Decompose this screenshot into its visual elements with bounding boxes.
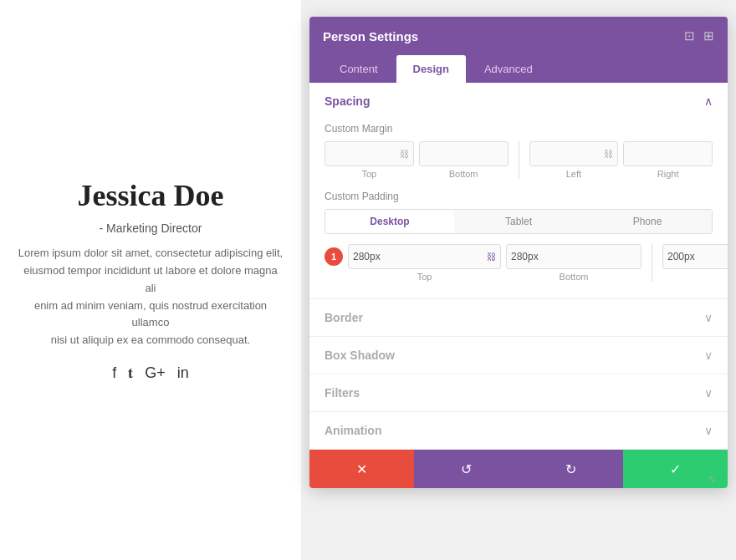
person-title: - Marketing Director	[100, 221, 202, 235]
border-section-header[interactable]: Border ∨	[309, 299, 728, 336]
border-chevron-icon: ∨	[704, 311, 713, 324]
redo-button[interactable]: ↻	[519, 450, 623, 488]
margin-top-link-icon[interactable]: ⛓	[396, 149, 413, 159]
margin-divider	[519, 141, 519, 179]
custom-margin-label: Custom Margin	[325, 123, 713, 135]
padding-left-field: ⛓ Left	[662, 244, 728, 282]
tab-content[interactable]: Content	[323, 55, 395, 83]
tab-advanced[interactable]: Advanced	[468, 55, 549, 83]
margin-left-link-icon[interactable]: ⛓	[600, 149, 617, 159]
panel-body: Spacing ∧ Custom Margin ⛓ Top	[309, 83, 728, 450]
twitter-icon[interactable]: 𝐭	[128, 364, 133, 382]
filters-section-header[interactable]: Filters ∨	[309, 374, 728, 411]
device-tab-phone[interactable]: Phone	[583, 210, 712, 233]
cancel-button[interactable]: ✕	[309, 450, 414, 488]
margin-left-input[interactable]	[530, 148, 601, 160]
device-tab-tablet[interactable]: Tablet	[454, 210, 583, 233]
margin-top-label: Top	[362, 169, 377, 179]
confirm-icon: ✓	[670, 461, 681, 477]
bottom-bar: ✕ ↺ ↻ ✓	[309, 450, 728, 488]
margin-top-input[interactable]	[325, 148, 396, 160]
person-card: Jessica Doe - Marketing Director Lorem i…	[0, 0, 301, 560]
margin-right-input-wrap	[623, 141, 713, 166]
boxshadow-chevron-icon: ∨	[704, 349, 713, 362]
header-icons: ⊡ ⊞	[684, 28, 714, 43]
margin-fields-row: ⛓ Top Bottom	[325, 141, 713, 179]
settings-panel: Person Settings ⊡ ⊞ Content Design Advan…	[309, 17, 728, 488]
margin-bottom-label: Bottom	[449, 169, 478, 179]
spacing-chevron-icon: ∧	[704, 94, 713, 108]
redo-icon: ↻	[565, 461, 576, 477]
spacing-section-title: Spacing	[325, 94, 370, 108]
border-section-title: Border	[325, 311, 363, 324]
animation-chevron-icon: ∨	[704, 424, 713, 437]
spacing-section: Spacing ∧ Custom Margin ⛓ Top	[309, 83, 728, 299]
grid-icon[interactable]: ⊞	[703, 28, 714, 43]
padding-top-input-wrap: ⛓	[348, 244, 501, 269]
margin-bottom-input-wrap	[419, 141, 509, 166]
margin-right-field: Right	[623, 141, 713, 179]
filters-section-title: Filters	[325, 386, 360, 400]
facebook-icon[interactable]: f	[112, 364, 116, 382]
margin-left-input-wrap: ⛓	[529, 141, 619, 166]
undo-button[interactable]: ↺	[414, 450, 519, 488]
margin-left-field: ⛓ Left	[529, 141, 619, 179]
resize-handle-icon[interactable]: ⤡	[708, 473, 716, 485]
animation-section-header[interactable]: Animation ∨	[309, 412, 728, 449]
border-section: Border ∨	[309, 299, 728, 337]
boxshadow-section-title: Box Shadow	[325, 349, 395, 362]
padding-divider	[652, 244, 652, 282]
googleplus-icon[interactable]: G+	[145, 364, 166, 382]
padding-top-input[interactable]	[349, 251, 483, 262]
padding-top-link-icon[interactable]: ⛓	[483, 252, 500, 262]
device-tab-desktop[interactable]: Desktop	[325, 210, 454, 233]
animation-section: Animation ∨	[309, 412, 728, 450]
cancel-icon: ✕	[356, 461, 367, 477]
person-bio: Lorem ipsum dolor sit amet, consectetur …	[17, 245, 284, 349]
spacing-section-content: Custom Margin ⛓ Top	[309, 120, 728, 298]
linkedin-icon[interactable]: in	[177, 364, 189, 382]
social-icons: f 𝐭 G+ in	[112, 364, 189, 382]
filters-section: Filters ∨	[309, 374, 728, 412]
animation-section-title: Animation	[325, 424, 381, 437]
boxshadow-section: Box Shadow ∨	[309, 337, 728, 374]
screen-icon[interactable]: ⊡	[684, 28, 695, 43]
undo-icon: ↺	[461, 461, 472, 477]
padding-numbered-row: 1 ⛓ Top	[325, 244, 713, 282]
row-number-badge: 1	[325, 247, 343, 266]
padding-bottom-input[interactable]	[507, 251, 641, 262]
margin-right-label: Right	[657, 169, 679, 179]
custom-padding-label: Custom Padding	[325, 191, 713, 202]
spacing-section-header[interactable]: Spacing ∧	[309, 83, 728, 120]
tab-bar: Content Design Advanced	[309, 55, 728, 83]
padding-bottom-field: Bottom	[506, 244, 641, 282]
padding-bottom-label: Bottom	[560, 272, 589, 282]
filters-chevron-icon: ∨	[704, 386, 713, 400]
tab-design[interactable]: Design	[396, 55, 466, 83]
padding-fields: ⛓ Top Bottom	[348, 244, 728, 282]
device-tabs: Desktop Tablet Phone	[325, 209, 713, 234]
padding-bottom-input-wrap	[506, 244, 641, 269]
margin-right-input[interactable]	[624, 148, 712, 160]
margin-left-label: Left	[566, 169, 581, 179]
padding-top-label: Top	[417, 272, 432, 282]
padding-left-input-wrap: ⛓	[662, 244, 728, 269]
person-name: Jessica Doe	[78, 178, 224, 213]
boxshadow-section-header[interactable]: Box Shadow ∨	[309, 337, 728, 374]
padding-left-input[interactable]	[663, 251, 728, 262]
panel-header: Person Settings ⊡ ⊞	[309, 17, 728, 55]
padding-top-field: ⛓ Top	[348, 244, 501, 282]
margin-bottom-input[interactable]	[420, 148, 508, 160]
margin-top-input-wrap: ⛓	[325, 141, 414, 166]
margin-bottom-field: Bottom	[419, 141, 509, 179]
panel-title: Person Settings	[323, 29, 418, 43]
margin-top-field: ⛓ Top	[325, 141, 414, 179]
